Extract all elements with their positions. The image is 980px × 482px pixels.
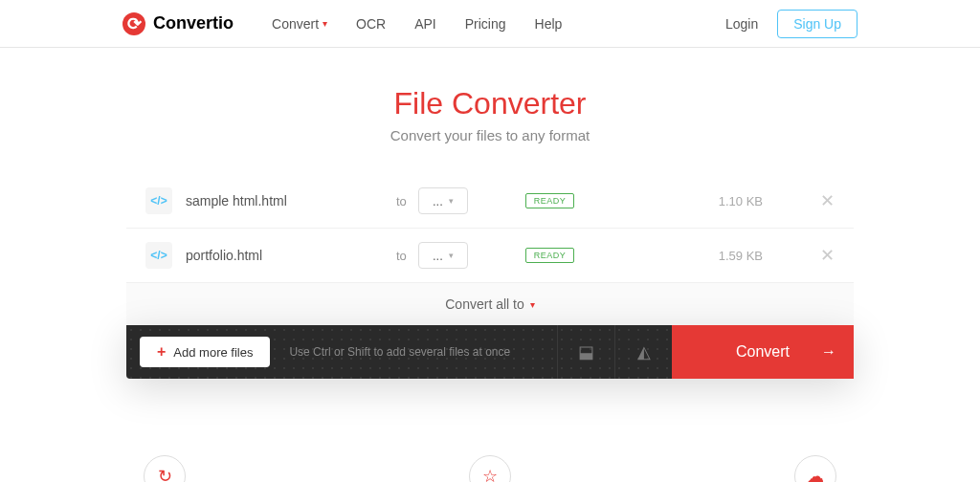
file-size: 1.10 KB	[719, 194, 763, 208]
chevron-down-icon: ▾	[449, 251, 454, 260]
gdrive-button[interactable]: ◭	[614, 325, 672, 379]
file-list: </> sample html.html to ...▾ READY 1.10 …	[126, 174, 854, 325]
file-row: </> portfolio.html to ...▾ READY 1.59 KB…	[126, 229, 854, 283]
login-link[interactable]: Login	[725, 16, 758, 32]
format-select[interactable]: ...▾	[418, 242, 468, 269]
brand-name: Convertio	[153, 13, 234, 33]
refresh-icon: ↻	[144, 455, 186, 482]
action-bar: + Add more files Use Ctrl or Shift to ad…	[126, 325, 854, 379]
status-badge: READY	[525, 248, 575, 263]
file-size: 1.59 KB	[719, 249, 763, 263]
nav-pricing[interactable]: Pricing	[465, 16, 506, 32]
file-name: sample html.html	[186, 193, 396, 208]
gdrive-icon: ◭	[637, 341, 651, 362]
page-title: File Converter	[126, 86, 854, 121]
cloud-icon: ☁	[794, 455, 836, 482]
hint-text: Use Ctrl or Shift to add several files a…	[289, 325, 557, 379]
file-type-icon: </>	[145, 242, 172, 269]
nav-ocr[interactable]: OCR	[356, 16, 386, 32]
remove-file-button[interactable]: ✕	[820, 245, 835, 266]
nav-help[interactable]: Help	[535, 16, 563, 32]
status-badge: READY	[525, 193, 575, 208]
logo[interactable]: ⟳ Convertio	[122, 12, 234, 35]
convert-button[interactable]: Convert →	[672, 325, 854, 379]
feature-fast: ☆ Fast and easy Just drop your files on …	[380, 455, 600, 482]
file-name: portfolio.html	[186, 248, 396, 263]
file-row: </> sample html.html to ...▾ READY 1.10 …	[126, 174, 854, 229]
format-select[interactable]: ...▾	[418, 187, 468, 214]
remove-file-button[interactable]: ✕	[820, 190, 835, 211]
to-label: to	[396, 194, 407, 208]
chevron-down-icon: ▾	[449, 196, 454, 206]
nav-convert[interactable]: Convert▾	[272, 16, 327, 32]
chevron-down-icon: ▾	[323, 18, 327, 29]
plus-icon: +	[157, 343, 166, 361]
page-subtitle: Convert your files to any format	[126, 127, 854, 143]
dropbox-button[interactable]: ⬓	[557, 325, 614, 379]
arrow-right-icon: →	[821, 343, 836, 361]
chevron-down-icon: ▾	[530, 299, 535, 310]
feature-formats: ↻ 300+ formats supported We support more…	[55, 455, 275, 482]
signup-button[interactable]: Sign Up	[777, 10, 858, 38]
logo-icon: ⟳	[122, 12, 145, 35]
feature-cloud: ☁ In the cloud All conversions take plac…	[705, 455, 925, 482]
file-type-icon: </>	[145, 187, 172, 214]
add-files-button[interactable]: + Add more files	[140, 337, 270, 367]
convert-all-button[interactable]: Convert all to▾	[126, 283, 854, 325]
dropbox-icon: ⬓	[578, 341, 594, 362]
to-label: to	[396, 249, 407, 263]
nav-api[interactable]: API	[414, 16, 436, 32]
star-icon: ☆	[469, 455, 511, 482]
